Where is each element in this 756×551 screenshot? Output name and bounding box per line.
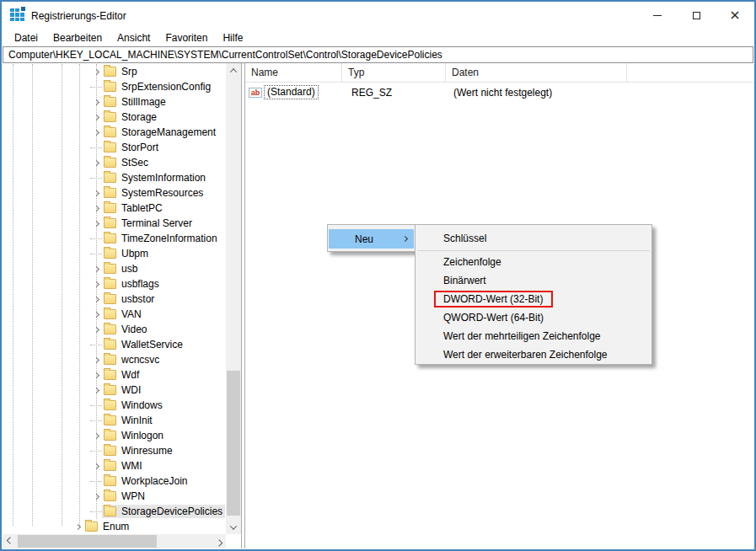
scroll-up-button[interactable]: [226, 63, 240, 78]
tree-item-core[interactable]: WorkplaceJoin: [102, 474, 190, 488]
tree-item-wdi[interactable]: WDI: [3, 382, 226, 398]
tree-item-tabletpc[interactable]: TabletPC: [3, 201, 226, 216]
expand-chevron-icon[interactable]: [90, 369, 102, 381]
tree-item-srpextensionconfig[interactable]: SrpExtensionConfig: [3, 79, 226, 94]
horizontal-scroll-thumb[interactable]: [18, 535, 157, 548]
minimize-button[interactable]: [638, 2, 677, 29]
tree-item-stillimage[interactable]: StillImage: [3, 94, 226, 110]
expand-chevron-icon[interactable]: [90, 111, 102, 123]
submenu-item-qword-wert-64-bit[interactable]: QWORD-Wert (64-Bit): [416, 308, 651, 327]
tree-item-core[interactable]: StorageManagement: [102, 126, 218, 139]
tree-item-video[interactable]: Video: [3, 322, 226, 337]
tree-item-usbflags[interactable]: usbflags: [3, 276, 226, 292]
tree-item-core[interactable]: usbstor: [102, 292, 157, 306]
scroll-right-button[interactable]: [212, 534, 226, 548]
tree-item-systeminformation[interactable]: SystemInformation: [3, 170, 226, 185]
tree-vertical-scrollbar[interactable]: [226, 63, 241, 534]
tree-item-wpn[interactable]: WPN: [3, 489, 226, 504]
vertical-scroll-thumb[interactable]: [227, 371, 240, 516]
tree-item-core[interactable]: Terminal Server: [102, 217, 195, 230]
tree-item-wcncsvc[interactable]: wcncsvc: [3, 352, 226, 367]
submenu-item-schl-ssel[interactable]: Schlüssel: [416, 229, 651, 248]
menu-favoriten[interactable]: Favoriten: [158, 29, 215, 46]
expand-chevron-icon[interactable]: [90, 430, 102, 441]
tree-item-winlogon[interactable]: Winlogon: [3, 428, 226, 443]
expand-chevron-icon[interactable]: [90, 217, 102, 229]
tree-item-core[interactable]: WinInit: [102, 414, 155, 427]
expand-chevron-icon[interactable]: [90, 278, 102, 290]
expand-chevron-icon[interactable]: [90, 187, 102, 199]
tree-item-workplacejoin[interactable]: WorkplaceJoin: [3, 473, 226, 489]
expand-chevron-icon[interactable]: [90, 126, 102, 138]
tree-item-core[interactable]: usbflags: [102, 277, 162, 291]
tree-item-core[interactable]: Storage: [102, 110, 159, 124]
tree-item-wdf[interactable]: Wdf: [3, 367, 226, 382]
tree-item-core[interactable]: Wdf: [102, 368, 142, 382]
menu-hilfe[interactable]: Hilfe: [215, 29, 250, 46]
menu-datei[interactable]: Datei: [7, 29, 46, 46]
value-row-standard[interactable]: (Standard)REG_SZ(Wert nicht festgelegt): [245, 84, 753, 100]
expand-chevron-icon[interactable]: [90, 308, 102, 320]
tree-item-usb[interactable]: usb: [3, 261, 226, 276]
tree-item-walletservice[interactable]: WalletService: [3, 337, 226, 352]
column-header-daten[interactable]: Daten: [446, 63, 627, 82]
tree-item-core[interactable]: TabletPC: [102, 201, 165, 215]
expand-chevron-icon[interactable]: [90, 324, 102, 335]
expand-chevron-icon[interactable]: [90, 354, 102, 366]
submenu-item-bin-rwert[interactable]: Binärwert: [416, 271, 651, 290]
tree-item-core[interactable]: VAN: [102, 308, 144, 321]
tree-item-stsec[interactable]: StSec: [3, 155, 226, 170]
tree-item-core[interactable]: SystemResources: [102, 186, 206, 200]
scroll-down-button[interactable]: [226, 520, 240, 534]
tree-item-systemresources[interactable]: SystemResources: [3, 185, 226, 201]
tree-item-wmi[interactable]: WMI: [3, 458, 226, 473]
maximize-button[interactable]: [677, 2, 716, 29]
tree-item-core[interactable]: StorageDevicePolicies: [102, 505, 225, 518]
tree-item-core[interactable]: Winresume: [102, 444, 175, 457]
tree-item-core[interactable]: WPN: [102, 489, 147, 503]
tree-item-core[interactable]: usb: [102, 262, 140, 276]
scroll-left-button[interactable]: [3, 534, 17, 548]
tree-horizontal-scrollbar[interactable]: [3, 534, 226, 548]
submenu-item-zeichenfolge[interactable]: Zeichenfolge: [416, 253, 651, 271]
tree-item-srp[interactable]: Srp: [3, 64, 226, 79]
value-name-cell[interactable]: (Standard): [245, 85, 341, 99]
submenu-item-wert-der-mehrteiligen-zeichenfolge[interactable]: Wert der mehrteiligen Zeichenfolge: [416, 327, 651, 345]
expand-chevron-icon[interactable]: [90, 293, 102, 305]
tree-item-usbstor[interactable]: usbstor: [3, 292, 226, 307]
tree-item-core[interactable]: WMI: [102, 459, 145, 473]
expand-chevron-icon[interactable]: [90, 202, 102, 214]
tree-item-storport[interactable]: StorPort: [3, 140, 226, 155]
tree-item-ubpm[interactable]: Ubpm: [3, 246, 226, 261]
expand-chevron-icon[interactable]: [90, 263, 102, 275]
tree-item-core[interactable]: WDI: [102, 383, 143, 397]
expand-chevron-icon[interactable]: [72, 521, 83, 532]
menu-ansicht[interactable]: Ansicht: [110, 29, 158, 46]
tree-item-core[interactable]: StorPort: [102, 141, 161, 154]
expand-chevron-icon[interactable]: [90, 96, 102, 108]
expand-chevron-icon[interactable]: [90, 157, 102, 169]
submenu-item-dword-wert-32-bit[interactable]: DWORD-Wert (32-Bit): [416, 290, 651, 308]
tree-item-core[interactable]: SystemInformation: [102, 171, 208, 185]
tree-item-core[interactable]: Ubpm: [102, 247, 151, 260]
tree-item-core[interactable]: Video: [102, 323, 149, 336]
expand-chevron-icon[interactable]: [90, 66, 102, 78]
tree-item-core[interactable]: wcncsvc: [102, 353, 162, 366]
tree-item-core[interactable]: StSec: [102, 156, 151, 169]
address-bar[interactable]: Computer\HKEY_LOCAL_MACHINE\SYSTEM\Curre…: [3, 46, 753, 63]
tree-item-terminal-server[interactable]: Terminal Server: [3, 216, 226, 231]
tree-item-core[interactable]: StillImage: [102, 95, 169, 109]
tree-item-core[interactable]: Srp: [102, 65, 140, 78]
tree-item-storage[interactable]: Storage: [3, 110, 226, 125]
tree-item-core[interactable]: SrpExtensionConfig: [102, 80, 213, 94]
tree-item-core[interactable]: TimeZoneInformation: [102, 232, 220, 245]
tree-item-storagemanagement[interactable]: StorageManagement: [3, 125, 226, 140]
tree-item-windows[interactable]: Windows: [3, 398, 226, 413]
close-button[interactable]: ×: [716, 2, 754, 29]
tree-item-enum[interactable]: Enum: [3, 519, 226, 534]
column-header-name[interactable]: Name: [245, 63, 342, 82]
expand-chevron-icon[interactable]: [90, 460, 102, 472]
column-header-typ[interactable]: Typ: [342, 63, 446, 82]
expand-chevron-icon[interactable]: [90, 490, 102, 502]
title-bar[interactable]: Registrierungs-Editor ×: [2, 2, 754, 29]
